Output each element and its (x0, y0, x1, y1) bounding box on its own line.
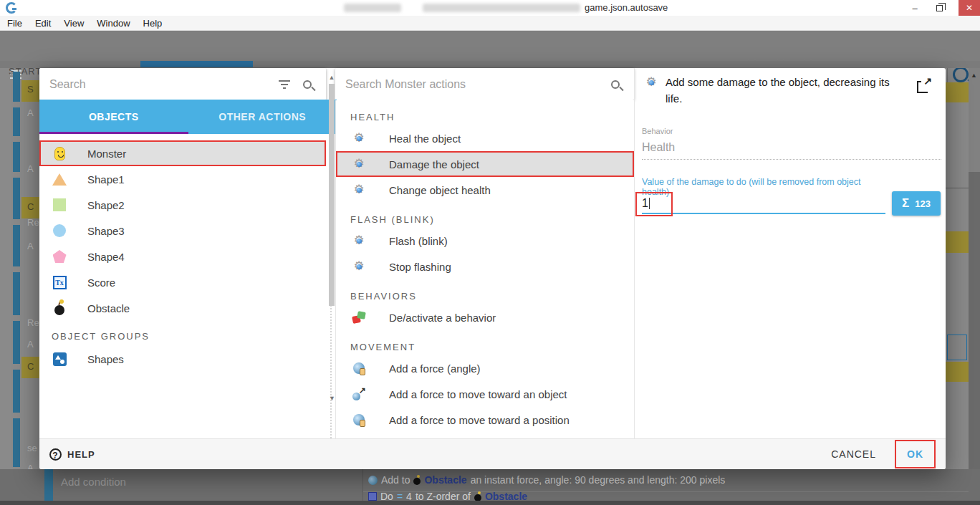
object-row-score[interactable]: Score (39, 269, 326, 295)
gdevelop-logo-icon (6, 2, 17, 14)
health-gear-icon (645, 76, 658, 89)
clipped-event-text: S (27, 84, 39, 95)
action-search-input[interactable] (335, 78, 611, 91)
tab-other-actions[interactable]: OTHER ACTIONS (188, 100, 337, 134)
scrollbar-thumb[interactable] (329, 84, 335, 306)
restore-icon (936, 5, 943, 11)
ok-button[interactable]: OK (895, 440, 936, 468)
behavior-select[interactable]: Health (642, 141, 675, 154)
object-label: Monster (87, 148, 126, 160)
action-row-add-force-angle[interactable]: Add a force (angle) (336, 355, 634, 381)
highlighted-event-row (946, 231, 969, 253)
behavior-underline (642, 159, 941, 160)
clipped-event-text: A (27, 339, 39, 350)
object-row-shapes-group[interactable]: Shapes (39, 346, 326, 372)
action-description-row: Add some damage to the object, decreasin… (644, 74, 931, 107)
flash-gear-icon (352, 234, 365, 247)
object-label: Shape1 (87, 173, 125, 186)
sigma-icon: Σ (902, 196, 909, 211)
object-groups-header: OBJECT GROUPS (52, 331, 326, 342)
minimize-button[interactable]: – (904, 0, 926, 16)
section-header-behaviors: BEHAVIORS (350, 291, 634, 302)
search-events-button[interactable] (953, 67, 969, 82)
action-row-heal[interactable]: Heal the object (336, 125, 634, 151)
action-row[interactable]: Add to Obstacle an instant force, angle:… (368, 474, 725, 486)
titlebar: game.json.autosave – ✕ (0, 0, 980, 16)
object-row-shape2[interactable]: Shape2 (39, 192, 326, 218)
health-gear-icon (352, 183, 365, 196)
menu-help[interactable]: Help (143, 18, 163, 29)
scroll-up-icon[interactable]: ▲ (327, 74, 336, 81)
clipped-event-text: se (27, 443, 39, 453)
section-header-movement: MOVEMENT (350, 342, 634, 352)
menu-file[interactable]: File (7, 18, 22, 29)
obstacle-icon (413, 478, 421, 485)
monster-icon (54, 147, 65, 160)
menu-view[interactable]: View (64, 18, 84, 29)
tab-objects[interactable]: OBJECTS (39, 100, 188, 134)
event-indent-bar (13, 142, 20, 172)
scroll-down-icon[interactable]: ▼ (329, 395, 335, 402)
square-icon (53, 198, 66, 211)
expression-editor-button[interactable]: Σ 123 (892, 191, 941, 216)
actions-scrollbar[interactable]: ▲ ▼ (327, 74, 336, 403)
bomb-icon (54, 305, 64, 315)
filter-icon[interactable] (279, 80, 290, 89)
object-label: Shape4 (87, 251, 125, 263)
obstacle-icon (474, 494, 481, 501)
scroll-up-icon[interactable]: ▲ (971, 72, 977, 79)
object-row-shape3[interactable]: Shape3 (39, 218, 326, 244)
restore-button[interactable] (928, 0, 950, 16)
event-indent-bar (13, 370, 20, 413)
action-row-force-toward-position[interactable]: Add a force to move toward a position (336, 407, 634, 433)
question-icon: ? (49, 448, 62, 461)
events-sheet-bottom: Add condition Add to Obstacle an instant… (0, 469, 980, 505)
action-search-bar (335, 68, 634, 100)
toolbar: + + + + – ↶ ↷ (0, 31, 980, 61)
pentagon-icon (53, 250, 67, 263)
action-row-flash[interactable]: Flash (blink) (336, 228, 634, 254)
object-row-obstacle[interactable]: Obstacle (39, 295, 326, 321)
active-tab-indicator (140, 61, 253, 67)
action-row-deactivate-behavior[interactable]: De/activate a behavior (336, 304, 634, 330)
window-bottom-edge (0, 501, 980, 505)
object-label: Shapes (87, 353, 124, 365)
scrollbar-thumb[interactable] (969, 172, 980, 505)
param-underline (642, 213, 885, 214)
clipped-event-text: A (27, 163, 39, 174)
object-row-shape4[interactable]: Shape4 (39, 244, 326, 269)
open-in-new-icon[interactable] (917, 82, 928, 93)
menu-window[interactable]: Window (97, 18, 130, 29)
actions-list: HEALTH Heal the object Damage the object… (335, 100, 634, 438)
object-row-shape1[interactable]: Shape1 (39, 166, 326, 192)
object-label: Shape2 (87, 199, 125, 211)
action-row-stop-flashing[interactable]: Stop flashing (336, 254, 634, 279)
events-scrollbar[interactable]: ▲ (969, 68, 980, 505)
object-row-monster[interactable]: Monster (39, 140, 326, 166)
help-button[interactable]: ? HELP (49, 448, 95, 461)
clipped-event-text: C (27, 201, 39, 212)
action-details-panel: Add some damage to the object, decreasin… (634, 68, 946, 438)
action-row-damage[interactable]: Damage the object (336, 151, 634, 177)
object-search-input[interactable] (39, 78, 279, 91)
action-label: Heal the object (389, 133, 461, 145)
action-label: Change object health (389, 184, 491, 196)
action-row-force-toward-object[interactable]: Add a force to move toward an object (336, 381, 634, 407)
search-icon (611, 80, 620, 89)
behavior-icon (352, 312, 365, 323)
help-label: HELP (67, 449, 95, 460)
clipped-event-text: A (27, 241, 39, 251)
close-button[interactable]: ✕ (959, 0, 980, 16)
add-condition-placeholder[interactable]: Add condition (61, 476, 126, 488)
expression-123-label: 123 (915, 198, 931, 209)
cancel-button[interactable]: CANCEL (831, 448, 876, 460)
section-header-health: HEALTH (350, 112, 634, 122)
health-gear-icon (352, 132, 365, 145)
clipped-event-text: A (27, 107, 39, 118)
menu-edit[interactable]: Edit (35, 18, 51, 29)
event-indent-bar (13, 272, 20, 315)
event-indent-bar (13, 72, 20, 102)
action-row-change-health[interactable]: Change object health (336, 177, 634, 203)
circle-icon (53, 224, 66, 237)
action-row-clipped[interactable] (336, 433, 634, 438)
